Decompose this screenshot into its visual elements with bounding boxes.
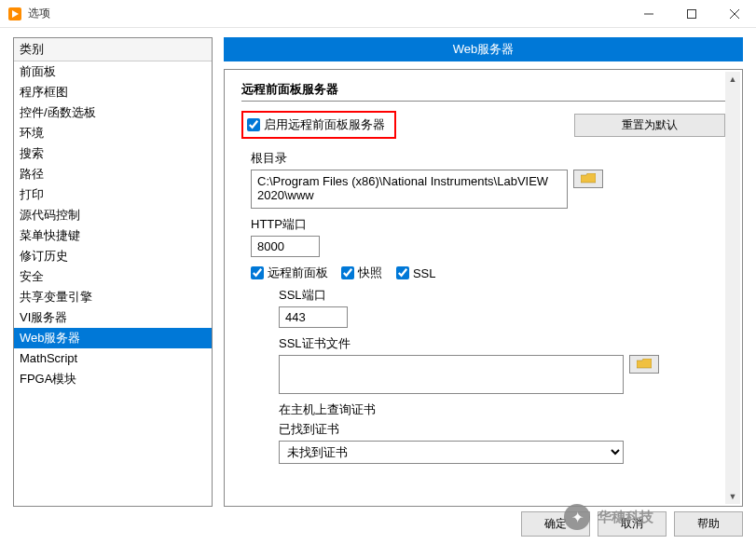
- ssl-label: SSL: [413, 266, 436, 280]
- folder-icon: [581, 173, 596, 184]
- folder-icon: [637, 359, 652, 370]
- sidebar-item[interactable]: 安全: [14, 266, 212, 287]
- svg-rect-2: [688, 9, 696, 18]
- found-cert-label: 已找到证书: [279, 421, 725, 438]
- cancel-button[interactable]: 取消: [598, 511, 667, 537]
- remote-panel-input[interactable]: [251, 266, 264, 279]
- app-icon: [7, 7, 22, 21]
- http-port-label: HTTP端口: [251, 216, 725, 233]
- snapshot-input[interactable]: [341, 266, 354, 279]
- maximize-button[interactable]: [670, 0, 713, 27]
- sidebar-item[interactable]: 环境: [14, 123, 212, 143]
- sidebar-item[interactable]: 搜索: [14, 143, 212, 164]
- sidebar-header: 类别: [14, 38, 212, 61]
- sidebar-item[interactable]: 前面板: [14, 61, 212, 82]
- titlebar: 选项: [0, 0, 756, 28]
- ssl-input[interactable]: [396, 266, 409, 279]
- browse-ssl-cert-button[interactable]: [629, 355, 659, 374]
- minimize-button[interactable]: [627, 0, 670, 27]
- window-title: 选项: [28, 6, 627, 21]
- highlight-box: 启用远程前面板服务器: [241, 111, 396, 139]
- scroll-down-icon[interactable]: ▼: [725, 489, 740, 504]
- sidebar-item[interactable]: MathScript: [14, 348, 212, 369]
- remote-panel-label: 远程前面板: [268, 265, 328, 281]
- sidebar-item[interactable]: 程序框图: [14, 82, 212, 102]
- sidebar-item[interactable]: 路径: [14, 164, 212, 184]
- remote-panel-checkbox[interactable]: 远程前面板: [251, 265, 328, 281]
- sidebar-item[interactable]: VI服务器: [14, 307, 212, 328]
- cert-select[interactable]: 未找到证书: [279, 441, 624, 464]
- ssl-cert-file-label: SSL证书文件: [279, 335, 725, 352]
- section-title: 远程前面板服务器: [241, 81, 725, 102]
- sidebar-item[interactable]: 修订历史: [14, 246, 212, 266]
- dialog-footer: 确定 取消 帮助: [521, 511, 743, 537]
- window-controls: [627, 0, 756, 27]
- host-query-label: 在主机上查询证书: [279, 401, 725, 418]
- snapshot-label: 快照: [358, 265, 382, 281]
- ssl-port-input[interactable]: [279, 306, 348, 328]
- main-header: Web服务器: [224, 37, 743, 61]
- sidebar-item[interactable]: 控件/函数选板: [14, 102, 212, 123]
- sidebar-item[interactable]: 打印: [14, 184, 212, 205]
- sidebar-item[interactable]: FPGA模块: [14, 369, 212, 389]
- ssl-cert-file-input[interactable]: [279, 355, 624, 394]
- help-button[interactable]: 帮助: [674, 511, 743, 537]
- snapshot-checkbox[interactable]: 快照: [341, 265, 382, 281]
- main-body[interactable]: ▲ ▼ 远程前面板服务器 启用远程前面板服务器 重置为默认 根目录: [224, 69, 743, 507]
- close-button[interactable]: [713, 0, 756, 27]
- enable-remote-panel-input[interactable]: [247, 118, 260, 131]
- sidebar-item[interactable]: 源代码控制: [14, 205, 212, 225]
- sidebar-item[interactable]: Web服务器: [14, 328, 212, 348]
- ok-button[interactable]: 确定: [521, 511, 590, 537]
- sidebar-item[interactable]: 菜单快捷键: [14, 225, 212, 246]
- main-panel: Web服务器 ▲ ▼ 远程前面板服务器 启用远程前面板服务器 重置为默认 根目录: [224, 37, 743, 507]
- category-sidebar[interactable]: 类别 前面板程序框图控件/函数选板环境搜索路径打印源代码控制菜单快捷键修订历史安…: [13, 37, 213, 507]
- root-dir-input[interactable]: [251, 170, 568, 209]
- browse-root-button[interactable]: [573, 170, 603, 188]
- http-port-input[interactable]: [251, 236, 320, 257]
- enable-remote-panel-label: 启用远程前面板服务器: [264, 116, 385, 133]
- scroll-up-icon[interactable]: ▲: [725, 72, 740, 87]
- reset-default-button[interactable]: 重置为默认: [574, 114, 725, 137]
- scrollbar[interactable]: ▲ ▼: [725, 72, 740, 504]
- ssl-checkbox[interactable]: SSL: [396, 266, 436, 280]
- enable-remote-panel-checkbox[interactable]: 启用远程前面板服务器: [247, 116, 385, 133]
- root-dir-label: 根目录: [251, 150, 725, 167]
- sidebar-item[interactable]: 共享变量引擎: [14, 287, 212, 307]
- ssl-port-label: SSL端口: [279, 287, 725, 304]
